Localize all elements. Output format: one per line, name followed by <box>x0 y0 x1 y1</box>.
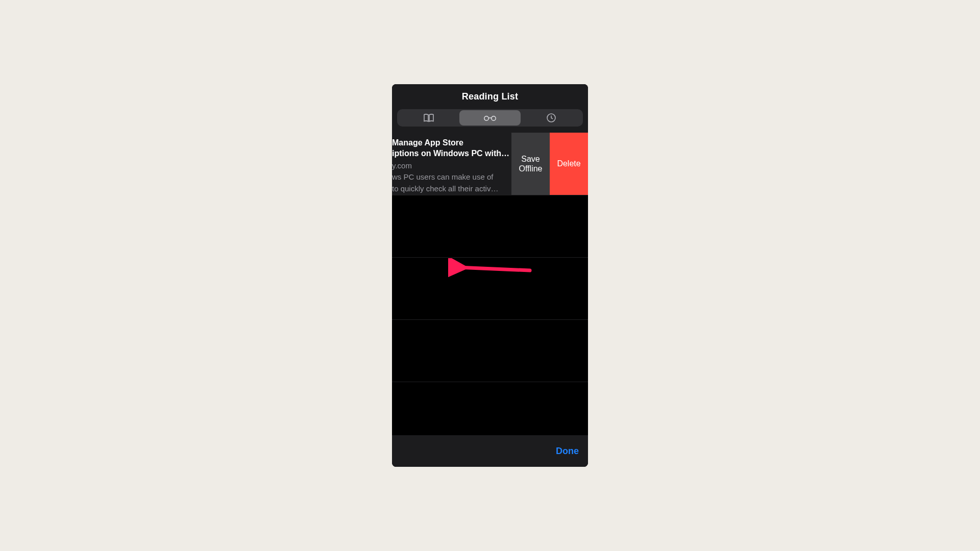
glasses-icon <box>483 114 497 121</box>
page-title: Reading List <box>392 91 588 102</box>
tab-bookmarks[interactable] <box>398 110 459 126</box>
clock-icon <box>546 113 556 123</box>
svg-point-0 <box>484 116 488 120</box>
phone-screenshot: Reading List <box>392 84 588 467</box>
save-offline-button[interactable]: Save Offline <box>511 133 550 195</box>
empty-rows <box>392 195 588 435</box>
empty-row <box>392 382 588 435</box>
tab-history[interactable] <box>521 110 582 126</box>
svg-point-1 <box>492 116 496 120</box>
empty-row <box>392 319 588 382</box>
empty-row <box>392 195 588 257</box>
content-area: Manage App Store iptions on Windows PC w… <box>392 133 588 435</box>
list-row-swiped: Manage App Store iptions on Windows PC w… <box>392 133 588 195</box>
footer-toolbar: Done <box>392 435 588 467</box>
segmented-control <box>397 109 583 127</box>
delete-button[interactable]: Delete <box>550 133 588 195</box>
tab-reading-list[interactable] <box>459 110 521 126</box>
empty-row <box>392 257 588 319</box>
book-icon <box>423 113 434 122</box>
done-button[interactable]: Done <box>556 446 579 457</box>
header: Reading List <box>392 84 588 133</box>
